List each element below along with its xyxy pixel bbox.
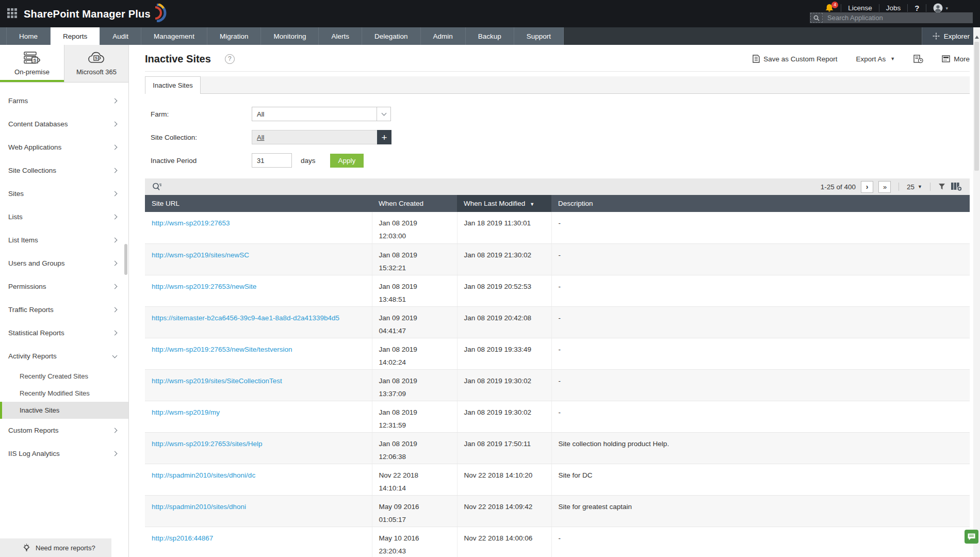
svg-text:S: S xyxy=(33,57,36,62)
help-circle-icon[interactable]: ? xyxy=(225,54,235,64)
site-url-link[interactable]: http://spadmin2010/sites/dhoni xyxy=(152,503,246,511)
site-url-link[interactable]: http://wsm-sp2019:27653 xyxy=(152,219,230,227)
filter-icon[interactable] xyxy=(938,183,945,190)
inactive-period-input[interactable] xyxy=(252,153,292,168)
when-last-modified-cell: Jan 08 2019 21:30:02 xyxy=(457,243,551,275)
sidebar-item-recently-created-sites[interactable]: Recently Created Sites xyxy=(0,368,128,385)
sidebar-item-list-items[interactable]: List Items xyxy=(0,228,128,252)
when-created-cell: Jan 08 201914:02:24 xyxy=(372,338,457,369)
sidebar-item-sites[interactable]: Sites xyxy=(0,182,128,205)
sidebar-item-traffic-reports[interactable]: Traffic Reports xyxy=(0,298,128,321)
site-url-cell: http://wsm-sp2019:27653/sites/Help xyxy=(145,432,372,464)
nav-tab-migration[interactable]: Migration xyxy=(207,27,262,45)
site-url-cell: http://wsm-sp2019/sites/SiteCollectionTe… xyxy=(145,369,372,401)
description-cell: - xyxy=(551,369,970,401)
app-grid-icon[interactable] xyxy=(7,8,19,20)
user-menu[interactable]: ▾ xyxy=(933,3,948,13)
column-chooser-icon[interactable] xyxy=(951,182,962,191)
nav-tab-management[interactable]: Management xyxy=(141,27,207,45)
topbar: SharePoint Manager Plus 4 License Jobs ? xyxy=(0,0,980,27)
report-content: Inactive Sites ? Save as Custom Report E… xyxy=(129,45,980,557)
nav-tab-delegation[interactable]: Delegation xyxy=(362,27,421,45)
save-custom-report-button[interactable]: Save as Custom Report xyxy=(753,55,837,63)
last-page-button[interactable]: » xyxy=(878,181,891,193)
nav-tab-alerts[interactable]: Alerts xyxy=(319,27,362,45)
site-url-link[interactable]: http://wsm-sp2019/sites/newSC xyxy=(152,251,249,259)
save-custom-report-label: Save as Custom Report xyxy=(763,55,837,63)
help-link[interactable]: ? xyxy=(914,4,919,12)
sidebar-item-permissions[interactable]: Permissions xyxy=(0,275,128,298)
nav-tab-audit[interactable]: Audit xyxy=(100,27,141,45)
site-url-link[interactable]: http://wsm-sp2019:27653/newSite/testvers… xyxy=(152,346,292,353)
site-url-link[interactable]: http://wsm-sp2019:27653/newSite xyxy=(152,283,256,290)
apply-button[interactable]: Apply xyxy=(330,154,364,168)
site-url-link[interactable]: http://wsm-sp2019/sites/SiteCollectionTe… xyxy=(152,377,282,385)
column-header-when-created[interactable]: When Created xyxy=(372,195,457,212)
add-site-collection-button[interactable]: + xyxy=(377,130,391,144)
site-url-link[interactable]: http://wsm-sp2019/my xyxy=(152,408,220,416)
jobs-link[interactable]: Jobs xyxy=(886,4,901,12)
column-header-site-url[interactable]: Site URL xyxy=(145,195,372,212)
license-link[interactable]: License xyxy=(848,4,872,12)
nav-tab-admin[interactable]: Admin xyxy=(421,27,466,45)
chat-button[interactable] xyxy=(965,530,978,544)
sidebar-item-farms[interactable]: Farms xyxy=(0,89,128,112)
explorer-label: Explorer xyxy=(944,32,970,40)
sidebar-item-users-and-groups[interactable]: Users and Groups xyxy=(0,252,128,275)
nav-tab-monitoring[interactable]: Monitoring xyxy=(261,27,319,45)
chevron-right-icon xyxy=(112,99,118,104)
search-input[interactable] xyxy=(823,12,973,23)
export-as-button[interactable]: Export As ▼ xyxy=(856,55,895,63)
table-row: http://spadmin2010/sites/dhoni/dcNov 22 … xyxy=(145,464,970,495)
site-collection-field[interactable]: All xyxy=(252,130,377,144)
nav-tab-support[interactable]: Support xyxy=(514,27,564,45)
site-url-link[interactable]: http://sp2016:44867 xyxy=(152,534,213,542)
select-dropdown-button[interactable] xyxy=(377,107,390,121)
next-page-button[interactable]: › xyxy=(861,181,873,193)
sidebar-item-inactive-sites[interactable]: Inactive Sites xyxy=(0,402,128,419)
notifications-bell-icon[interactable]: 4 xyxy=(825,4,834,12)
column-header-when-last-modified[interactable]: When Last Modified▼ xyxy=(457,195,551,212)
when-last-modified-cell: Nov 22 2018 14:09:42 xyxy=(457,495,551,527)
page-size-select[interactable]: 25 ▼ xyxy=(907,183,922,191)
explorer-button[interactable]: Explorer xyxy=(922,27,980,45)
sidebar-item-label: Users and Groups xyxy=(8,259,65,267)
column-header-description[interactable]: Description xyxy=(551,195,970,212)
sidebar-item-iis-log-analytics[interactable]: IIS Log Analytics xyxy=(0,442,128,465)
scrollbar-thumb[interactable] xyxy=(974,42,979,171)
sidebar-tab-microsoft-365[interactable]: S Microsoft 365 xyxy=(64,45,128,82)
need-more-reports-button[interactable]: Need more reports? xyxy=(0,538,111,557)
nav-tab-home[interactable]: Home xyxy=(6,27,51,45)
table-search-icon[interactable] xyxy=(152,183,162,191)
sidebar-item-lists[interactable]: Lists xyxy=(0,205,128,228)
sidebar-item-label: Statistical Reports xyxy=(8,329,64,337)
sidebar-tab-on-premise[interactable]: S On-premise xyxy=(0,45,64,82)
nav-tab-backup[interactable]: Backup xyxy=(466,27,514,45)
nav-tab-reports[interactable]: Reports xyxy=(51,27,100,45)
sidebar-item-content-databases[interactable]: Content Databases xyxy=(0,112,128,136)
logo-swoosh-icon xyxy=(152,4,167,22)
chevron-right-icon xyxy=(112,238,118,243)
sidebar-item-recently-modified-sites[interactable]: Recently Modified Sites xyxy=(0,385,128,402)
when-created-cell: Jan 08 201913:37:09 xyxy=(372,369,457,401)
sidebar-item-custom-reports[interactable]: Custom Reports xyxy=(0,419,128,442)
site-url-cell: http://spadmin2010/sites/dhoni xyxy=(145,495,372,527)
report-tab-inactive-sites[interactable]: Inactive Sites xyxy=(145,76,201,94)
topbar-links: 4 License Jobs ? ▾ xyxy=(825,3,948,13)
farm-select[interactable]: All xyxy=(252,107,391,121)
schedule-report-button[interactable] xyxy=(913,55,923,63)
sidebar-scrollbar[interactable] xyxy=(124,244,127,275)
sidebar-item-web-applications[interactable]: Web Applications xyxy=(0,136,128,159)
sidebar-item-site-collections[interactable]: Site Collections xyxy=(0,159,128,182)
report-actions: Save as Custom Report Export As ▼ xyxy=(753,55,970,63)
svg-text:S: S xyxy=(95,56,98,60)
site-url-link[interactable]: http://spadmin2010/sites/dhoni/dc xyxy=(152,471,255,479)
scroll-up-arrow-icon[interactable] xyxy=(975,36,979,39)
description-cell: Site collection holding product Help. xyxy=(551,432,970,464)
site-url-link[interactable]: https://sitemaster-b2ca6456-39c9-4ae1-8a… xyxy=(152,314,339,322)
sidebar-item-activity-reports[interactable]: Activity Reports xyxy=(0,345,128,368)
more-button[interactable]: More xyxy=(942,55,970,63)
sidebar-item-statistical-reports[interactable]: Statistical Reports xyxy=(0,321,128,345)
page-scrollbar[interactable] xyxy=(973,27,980,557)
site-url-link[interactable]: http://wsm-sp2019:27653/sites/Help xyxy=(152,440,263,448)
